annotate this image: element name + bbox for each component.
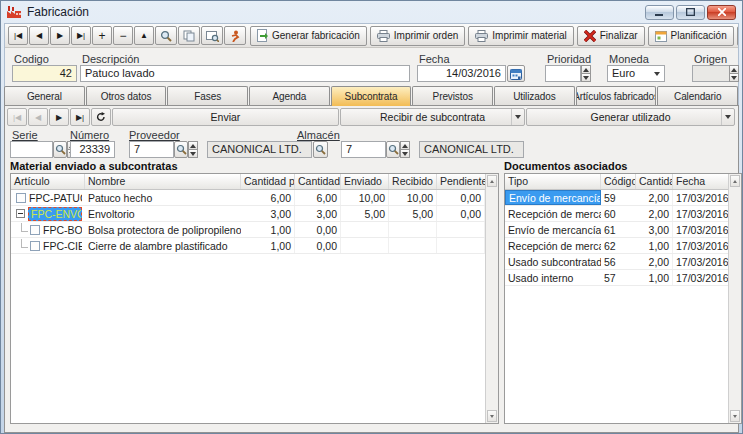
chevron-down-icon[interactable]	[511, 109, 524, 125]
preview-button[interactable]	[201, 26, 223, 45]
column-header[interactable]: Tipo	[505, 174, 601, 189]
origen-spinner[interactable]	[729, 65, 739, 82]
table-row-child[interactable]: FPC-CIERRE-A Cierre de alambre plastific…	[11, 238, 498, 254]
edit-record-button[interactable]: ▲	[134, 26, 154, 45]
sub-prev-button[interactable]: ◀	[28, 108, 48, 126]
serie-field[interactable]	[10, 141, 53, 158]
tab-otros-datos[interactable]: Otros datos	[86, 86, 167, 105]
almacen-label[interactable]: Almacén	[297, 129, 340, 141]
copy-button[interactable]	[178, 26, 200, 45]
planificacion-button[interactable]: Planificación	[648, 26, 734, 46]
finalizar-button[interactable]: Finalizar	[577, 26, 645, 46]
checkbox-icon[interactable]	[30, 225, 40, 235]
prioridad-field[interactable]	[545, 65, 581, 82]
column-header[interactable]: Fecha	[673, 174, 728, 189]
table-row-child[interactable]: FPC-BOLSA-PC Bolsa protectora de polipro…	[11, 222, 498, 238]
origen-field[interactable]	[692, 65, 734, 82]
close-button[interactable]	[707, 5, 736, 20]
column-header[interactable]: Cantidad pre	[241, 174, 295, 189]
almacen-spinner[interactable]	[400, 141, 410, 158]
fecha-field[interactable]: 14/03/2016	[417, 65, 506, 82]
almacen-lookup-button[interactable]	[386, 141, 400, 158]
documentos-panel-title: Documentos asociados	[504, 160, 627, 172]
cantidad-cell: 1,00	[636, 238, 673, 253]
column-header[interactable]: Código	[601, 174, 636, 189]
generar-fabricacion-button[interactable]: Generar fabricación	[250, 26, 367, 46]
refresh-button[interactable]	[91, 108, 111, 126]
tree-branch-icon	[21, 239, 28, 248]
table-row[interactable]: Usado interno 57 1,00 17/03/2016	[505, 270, 741, 286]
serie-lookup-button[interactable]	[53, 141, 67, 158]
tab-calendario[interactable]: Calendario	[657, 86, 738, 105]
numero-label[interactable]: Número	[70, 129, 109, 141]
recibir-subcontrata-button[interactable]: Recibir de subcontrata	[340, 108, 525, 126]
column-header[interactable]: Cantidad usa	[295, 174, 341, 189]
codigo-field[interactable]: 42	[12, 65, 77, 82]
scroll-down-icon[interactable]	[487, 410, 497, 422]
numero-field[interactable]: 23339	[70, 141, 115, 158]
scroll-up-icon[interactable]	[487, 175, 497, 187]
minimize-button[interactable]	[645, 5, 674, 20]
descripcion-label: Descripción	[82, 53, 139, 65]
column-header[interactable]: Pendiente	[437, 174, 485, 189]
nombre-cell: Envoltorio	[85, 206, 241, 221]
proveedor-lookup-button[interactable]	[174, 141, 188, 158]
table-row-selected[interactable]: FPC-ENVOLTORIO Envoltorio 3,00 3,00 5,00…	[11, 206, 498, 222]
checkbox-icon[interactable]	[16, 193, 26, 203]
table-row-selected[interactable]: Envío de mercancía 59 2,00 17/03/2016	[505, 190, 741, 206]
scroll-down-icon[interactable]	[730, 410, 740, 422]
last-record-button[interactable]: ▶|	[71, 26, 91, 45]
serie-label[interactable]: Serie	[12, 129, 38, 141]
proveedor-spinner[interactable]	[188, 141, 198, 158]
search-icon	[55, 144, 66, 155]
tab-agenda[interactable]: Agenda	[249, 86, 330, 105]
proveedor-name-lookup-button[interactable]	[313, 141, 328, 158]
calendar-button[interactable]	[507, 65, 525, 82]
delete-record-button[interactable]: −	[113, 26, 133, 45]
documentos-table: Tipo Código Cantidad Fecha Envío de merc…	[504, 173, 742, 424]
column-header[interactable]: Artículo	[11, 174, 85, 189]
tab-utilizados[interactable]: Utilizados	[494, 86, 575, 105]
column-header[interactable]: Enviado	[341, 174, 389, 189]
add-record-button[interactable]: +	[92, 26, 112, 45]
tab-general[interactable]: General	[4, 86, 85, 105]
table-row[interactable]: FPC-PATUCO-HECHO Patuco hecho 6,00 6,00 …	[11, 190, 498, 206]
search-button[interactable]	[155, 26, 177, 45]
checkbox-icon[interactable]	[30, 241, 40, 251]
tab-subcontrata[interactable]: Subcontrata	[331, 86, 412, 106]
table-row[interactable]: Usado subcontratado 56 2,00 17/03/2016	[505, 254, 741, 270]
collapse-minus-icon[interactable]	[16, 209, 25, 218]
column-header[interactable]: Nombre	[85, 174, 241, 189]
tab-fases[interactable]: Fases	[167, 86, 248, 105]
table-row[interactable]: Recepción de mercancía 62 1,00 17/03/201…	[505, 238, 741, 254]
material-table-scrollbar[interactable]	[485, 174, 498, 423]
column-header[interactable]: Cantidad	[636, 174, 673, 189]
almacen-code-field[interactable]: 7	[341, 141, 386, 158]
sub-first-button[interactable]: |◀	[7, 108, 27, 126]
descripcion-field[interactable]: Patuco lavado	[80, 65, 410, 82]
chevron-down-icon[interactable]	[721, 109, 734, 125]
subordenes-button[interactable]: Subórdenes	[737, 26, 738, 46]
table-row[interactable]: Recepción de mercancía 60 2,00 17/03/201…	[505, 206, 741, 222]
next-record-button[interactable]: ▶	[50, 26, 70, 45]
first-record-button[interactable]: |◀	[8, 26, 28, 45]
imprimir-orden-button[interactable]: Imprimir orden	[370, 26, 465, 46]
prev-record-button[interactable]: ◀	[29, 26, 49, 45]
column-header[interactable]: Recibido	[389, 174, 437, 189]
proveedor-label[interactable]: Proveedor	[129, 129, 180, 141]
imprimir-material-button[interactable]: Imprimir material	[468, 26, 573, 46]
enviar-button[interactable]: Enviar	[112, 108, 339, 126]
documentos-table-scrollbar[interactable]	[728, 174, 741, 423]
run-button[interactable]	[224, 26, 246, 45]
tab-previstos[interactable]: Previstos	[412, 86, 493, 105]
generar-utilizado-button[interactable]: Generar utilizado	[526, 108, 735, 126]
proveedor-code-field[interactable]: 7	[129, 141, 174, 158]
prioridad-spinner[interactable]	[581, 65, 591, 82]
sub-next-button[interactable]: ▶	[49, 108, 69, 126]
scroll-up-icon[interactable]	[730, 175, 740, 187]
moneda-combobox[interactable]: Euro	[607, 65, 665, 82]
table-row[interactable]: Envío de mercancía 61 3,00 17/03/2016	[505, 222, 741, 238]
tab-articulos-fabricados[interactable]: Artículos fabricados	[576, 86, 657, 105]
maximize-button[interactable]	[676, 5, 705, 20]
sub-last-button[interactable]: ▶|	[70, 108, 90, 126]
